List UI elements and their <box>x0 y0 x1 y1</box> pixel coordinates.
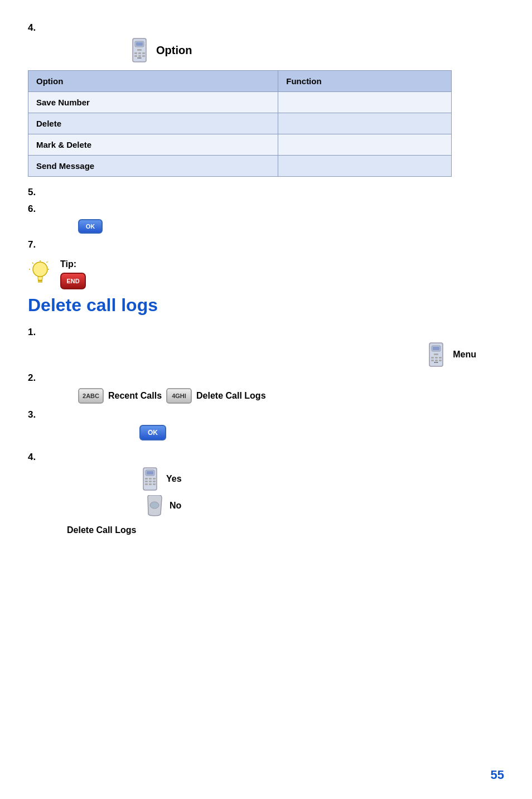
table-row: Delete <box>28 113 452 134</box>
option-icon: ••• <box>128 38 151 62</box>
svg-text:2ABC: 2ABC <box>83 393 99 399</box>
delete-call-logs-label-2: Delete Call Logs <box>196 391 265 401</box>
table-cell-delete: Delete <box>28 113 278 134</box>
table-row: Save Number <box>28 92 452 113</box>
svg-point-12 <box>33 262 47 277</box>
table-header-option: Option <box>28 71 278 92</box>
step-7: 7. <box>28 239 504 250</box>
table-cell-mark-delete: Mark & Delete <box>28 134 278 156</box>
key-4ghi-icon: 4GHI <box>166 388 192 404</box>
no-label: No <box>170 501 181 511</box>
svg-rect-41 <box>149 478 152 480</box>
svg-rect-3 <box>137 49 142 51</box>
svg-rect-25 <box>434 354 438 355</box>
step-2-row: 2ABC Recent Calls 4GHI Delete Call Logs <box>78 388 504 404</box>
svg-rect-27 <box>435 357 438 359</box>
svg-rect-45 <box>153 481 156 482</box>
menu-label: Menu <box>453 350 476 360</box>
svg-rect-4 <box>134 52 137 54</box>
svg-text:4GHI: 4GHI <box>172 393 186 399</box>
svg-rect-43 <box>145 481 148 482</box>
svg-line-19 <box>47 262 49 263</box>
step-2-bottom: 2. <box>28 372 504 384</box>
step-5: 5. <box>28 187 504 198</box>
svg-point-49 <box>150 502 159 509</box>
yes-label: Yes <box>166 474 182 484</box>
svg-line-16 <box>32 263 34 264</box>
key-2abc-icon: 2ABC <box>78 388 104 404</box>
option-label: Option <box>156 44 192 57</box>
svg-rect-8 <box>138 55 141 57</box>
yes-phone-icon <box>139 467 161 491</box>
svg-rect-30 <box>435 360 438 361</box>
svg-rect-39 <box>147 471 153 474</box>
delete-call-logs-result: Delete Call Logs <box>67 525 504 535</box>
no-phone-icon <box>145 495 164 516</box>
svg-rect-1 <box>136 42 143 46</box>
menu-phone-icon: ••• <box>425 342 447 367</box>
step-4-top: 4. <box>28 22 504 33</box>
svg-rect-23 <box>433 347 439 350</box>
svg-rect-44 <box>149 481 152 482</box>
recent-calls-label: Recent Calls <box>108 391 162 401</box>
table-cell-send-message: Send Message <box>28 156 278 177</box>
step-4-bottom: 4. <box>28 452 504 463</box>
svg-rect-6 <box>142 52 145 54</box>
table-cell-delete-fn <box>278 113 452 134</box>
table-cell-mark-delete-fn <box>278 134 452 156</box>
end-button-icon: END <box>60 273 86 289</box>
table-cell-save-number: Save Number <box>28 92 278 113</box>
option-step-row: ••• Option <box>128 38 504 62</box>
tip-bulb-icon <box>28 259 52 287</box>
svg-rect-40 <box>145 478 148 480</box>
svg-rect-48 <box>153 483 156 485</box>
svg-rect-31 <box>439 360 442 361</box>
step-1-row: ••• Menu <box>28 342 504 367</box>
step-4-yes-row: Yes No <box>139 467 504 516</box>
svg-rect-5 <box>138 52 141 54</box>
svg-rect-26 <box>431 357 434 359</box>
svg-rect-46 <box>145 483 148 485</box>
step-3-bottom: 3. <box>28 409 504 420</box>
table-row: Send Message <box>28 156 452 177</box>
svg-rect-7 <box>134 55 137 57</box>
tip-section: Tip: END <box>28 259 504 289</box>
step-6-row: OK <box>78 219 504 234</box>
step-3-row: OK <box>139 425 504 440</box>
svg-rect-28 <box>439 357 442 359</box>
svg-text:OK: OK <box>86 223 95 230</box>
table-cell-send-message-fn <box>278 156 452 177</box>
option-table: Option Function Save Number Delete Mark … <box>28 70 452 177</box>
svg-rect-47 <box>149 483 152 485</box>
table-row: Mark & Delete <box>28 134 452 156</box>
svg-rect-9 <box>142 55 145 57</box>
svg-rect-42 <box>153 478 156 480</box>
tip-label: Tip: <box>60 259 86 269</box>
ok-button-icon: OK <box>78 219 103 234</box>
step-1-bottom: 1. <box>28 327 504 338</box>
svg-text:END: END <box>66 278 79 284</box>
table-header-function: Function <box>278 71 452 92</box>
table-cell-save-number-fn <box>278 92 452 113</box>
svg-text:OK: OK <box>148 429 158 437</box>
ok-button-icon-2: OK <box>139 425 166 440</box>
page-number: 55 <box>491 768 504 782</box>
svg-rect-29 <box>431 360 434 361</box>
step-6: 6. <box>28 204 504 215</box>
tip-content: Tip: END <box>60 259 86 289</box>
section-title: Delete call logs <box>28 295 504 316</box>
